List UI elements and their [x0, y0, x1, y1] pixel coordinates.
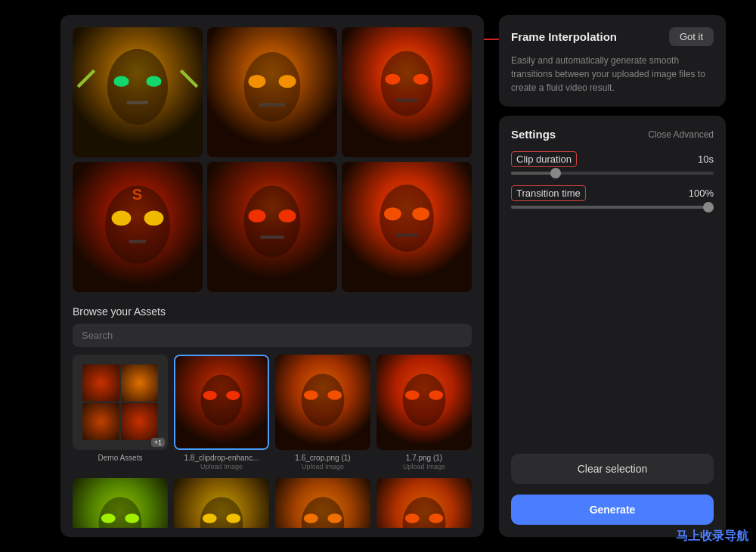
- main-panel: S: [60, 15, 484, 537]
- demo-mini-1: [82, 364, 119, 402]
- clip-duration-setting: Clip duration 10s: [511, 151, 714, 175]
- asset-label-3: 1.7.png (1) Upload Image: [376, 453, 472, 472]
- svg-point-44: [429, 390, 443, 400]
- browse-title: Browse your Assets: [73, 305, 472, 318]
- asset-item-4[interactable]: 1.5.png (1): [73, 478, 168, 528]
- transition-time-label-row: Transition time 100%: [511, 185, 714, 201]
- preview-image-6: [342, 162, 472, 292]
- preview-image-1: [73, 27, 203, 157]
- search-input[interactable]: [73, 324, 472, 347]
- svg-point-59: [405, 513, 420, 523]
- generate-button[interactable]: Generate: [511, 495, 714, 525]
- transition-time-fill: [511, 206, 714, 209]
- asset-item-5[interactable]: 1.4.png: [174, 478, 269, 528]
- svg-rect-27: [260, 235, 284, 238]
- svg-rect-4: [127, 101, 149, 104]
- svg-point-52: [226, 513, 240, 523]
- badge-plus: +1: [151, 438, 165, 447]
- asset-thumb-1: [174, 355, 269, 450]
- asset-thumb-5: [174, 478, 269, 528]
- transition-time-thumb: [703, 202, 714, 212]
- svg-point-35: [203, 391, 217, 400]
- svg-point-48: [125, 513, 139, 523]
- clear-selection-button[interactable]: Clear selection: [511, 454, 714, 484]
- spacer: [511, 219, 714, 443]
- preview-image-4: S: [73, 162, 203, 292]
- settings-card: Settings Close Advanced Clip duration 10…: [499, 116, 726, 537]
- clip-duration-label: Clip duration: [511, 151, 577, 167]
- info-card-description: Easily and automatically generate smooth…: [511, 54, 714, 95]
- asset-thumb-2: [275, 355, 370, 450]
- watermark: 马上收录导航: [676, 529, 748, 544]
- close-advanced-button[interactable]: Close Advanced: [648, 129, 714, 140]
- asset-item-3[interactable]: 1.7.png (1) Upload Image: [376, 355, 472, 472]
- clip-duration-label-row: Clip duration 10s: [511, 151, 714, 167]
- clip-duration-slider[interactable]: [511, 172, 714, 175]
- info-card-title: Frame Interpolation: [511, 30, 617, 43]
- preview-grid: S: [60, 15, 484, 299]
- asset-item-demo[interactable]: +1 Demo Assets: [73, 355, 168, 472]
- asset-label-2: 1.6_crop.png (1) Upload Image: [275, 453, 370, 472]
- svg-point-26: [279, 209, 296, 222]
- svg-point-34: [201, 374, 243, 425]
- svg-point-55: [304, 513, 318, 523]
- clip-duration-value: 10s: [698, 154, 714, 165]
- svg-rect-21: [129, 240, 147, 243]
- asset-label-1: 1.8_clipdrop-enhanc... Upload Image: [174, 453, 269, 472]
- asset-thumb-3: [376, 355, 472, 450]
- got-it-button[interactable]: Got it: [669, 27, 714, 46]
- info-card-header: Frame Interpolation Got it: [511, 27, 714, 46]
- demo-mini-3: [82, 403, 119, 440]
- svg-text:S: S: [132, 186, 142, 203]
- svg-rect-11: [259, 103, 285, 106]
- clip-duration-thumb: [550, 168, 561, 178]
- browse-section: Browse your Assets +1 Demo Assets: [60, 299, 484, 537]
- svg-point-36: [226, 391, 240, 400]
- demo-mini-4: [121, 403, 158, 440]
- preview-image-3: [342, 27, 472, 157]
- preview-image-2: [207, 27, 337, 157]
- asset-thumb-7: [376, 478, 472, 528]
- svg-point-51: [203, 513, 217, 523]
- transition-time-label: Transition time: [511, 185, 586, 201]
- settings-title: Settings: [511, 128, 556, 141]
- transition-time-slider[interactable]: [511, 206, 714, 209]
- preview-image-5: [207, 162, 337, 292]
- demo-assets-thumb: +1: [73, 355, 168, 450]
- svg-point-10: [279, 75, 296, 88]
- asset-item-7[interactable]: 1.5.png: [376, 478, 472, 528]
- svg-point-40: [327, 390, 342, 400]
- svg-point-14: [385, 74, 400, 85]
- settings-header: Settings Close Advanced: [511, 128, 714, 141]
- asset-item-1[interactable]: 1.8_clipdrop-enhanc... Upload Image: [174, 355, 269, 472]
- svg-point-19: [112, 211, 132, 226]
- svg-rect-32: [396, 234, 418, 237]
- svg-point-30: [384, 207, 401, 220]
- asset-thumb-6: [275, 478, 370, 528]
- transition-time-setting: Transition time 100%: [511, 185, 714, 209]
- svg-rect-16: [396, 99, 418, 102]
- svg-point-42: [403, 374, 446, 426]
- asset-grid: +1 Demo Assets 1.: [73, 355, 472, 528]
- svg-point-43: [405, 390, 420, 400]
- clip-duration-fill: [511, 172, 556, 175]
- svg-point-20: [144, 211, 164, 226]
- asset-item-6[interactable]: 1.3.png: [275, 478, 370, 528]
- asset-thumb-4: [73, 478, 168, 528]
- demo-mini-2: [121, 364, 158, 402]
- svg-point-31: [412, 207, 429, 220]
- svg-point-2: [113, 76, 129, 87]
- svg-point-25: [248, 209, 265, 222]
- svg-point-60: [429, 513, 443, 523]
- demo-assets-label: Demo Assets: [73, 453, 168, 463]
- svg-point-47: [101, 513, 116, 523]
- transition-time-value: 100%: [689, 188, 714, 199]
- svg-point-56: [327, 513, 342, 523]
- asset-item-2[interactable]: 1.6_crop.png (1) Upload Image: [275, 355, 370, 472]
- svg-point-9: [248, 75, 265, 88]
- svg-point-15: [414, 74, 429, 85]
- svg-point-3: [146, 76, 161, 87]
- svg-point-39: [304, 390, 318, 400]
- right-panel: Frame Interpolation Got it Easily and au…: [499, 15, 726, 537]
- svg-point-38: [302, 374, 345, 426]
